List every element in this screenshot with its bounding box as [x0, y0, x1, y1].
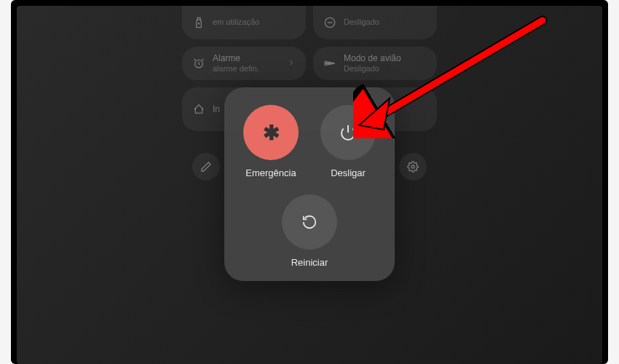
tile-airplane-sub: Desligado — [344, 64, 401, 74]
power-emergency[interactable]: ✱ Emergência — [243, 105, 299, 178]
tile-row-1: em utilização Desligado — [178, 6, 441, 39]
restart-label: Reiniciar — [291, 257, 328, 268]
pencil-icon — [200, 161, 212, 173]
power-off[interactable]: Desligar — [320, 105, 376, 178]
tile-flashlight-sub: em utilização — [213, 17, 259, 27]
power-off-label: Desligar — [331, 167, 366, 178]
device-frame: em utilização Desligado — [11, 0, 608, 364]
tile-dnd-sub: Desligado — [344, 17, 379, 27]
asterisk-icon: ✱ — [263, 121, 280, 145]
tile-flashlight-text: em utilização — [213, 17, 259, 27]
svg-point-1 — [198, 23, 199, 24]
tile-home-title: In — [213, 104, 220, 114]
gear-icon — [407, 161, 419, 173]
restart-circle — [282, 194, 337, 250]
tile-alarm-sub: alarme defin. — [213, 64, 259, 74]
emergency-circle: ✱ — [243, 105, 299, 160]
tile-dnd[interactable]: Desligado — [313, 6, 437, 39]
dnd-icon — [323, 16, 336, 29]
tile-alarm-title: Alarme — [213, 53, 259, 63]
alarm-icon — [192, 57, 205, 70]
edit-button[interactable] — [192, 153, 220, 181]
tile-airplane-title: Modo de avião — [344, 53, 401, 63]
emergency-label: Emergência — [245, 167, 296, 178]
tile-alarm[interactable]: Alarme alarme defin. — [182, 47, 306, 80]
svg-point-5 — [411, 165, 414, 168]
power-off-circle — [320, 105, 376, 160]
tile-airplane-text: Modo de avião Desligado — [344, 53, 401, 74]
tile-alarm-text: Alarme alarme defin. — [213, 53, 259, 74]
tile-dnd-text: Desligado — [344, 17, 379, 27]
restart-icon — [301, 214, 318, 230]
screen: em utilização Desligado — [17, 6, 602, 364]
tile-flashlight[interactable]: em utilização — [182, 6, 306, 39]
svg-rect-0 — [197, 17, 200, 20]
power-menu-dialog: ✱ Emergência Desligar Reiniciar — [224, 87, 395, 281]
tile-row-2: Alarme alarme defin. Modo de avião Desli… — [178, 47, 441, 80]
settings-button[interactable] — [399, 153, 427, 181]
home-icon — [192, 103, 205, 116]
tile-home-text: In — [213, 104, 220, 114]
power-icon — [339, 124, 357, 141]
tile-airplane[interactable]: Modo de avião Desligado — [313, 47, 437, 80]
flashlight-icon — [192, 16, 205, 29]
airplane-icon — [323, 57, 336, 70]
power-restart[interactable]: Reiniciar — [282, 194, 337, 268]
chevron-right-icon — [287, 58, 296, 69]
